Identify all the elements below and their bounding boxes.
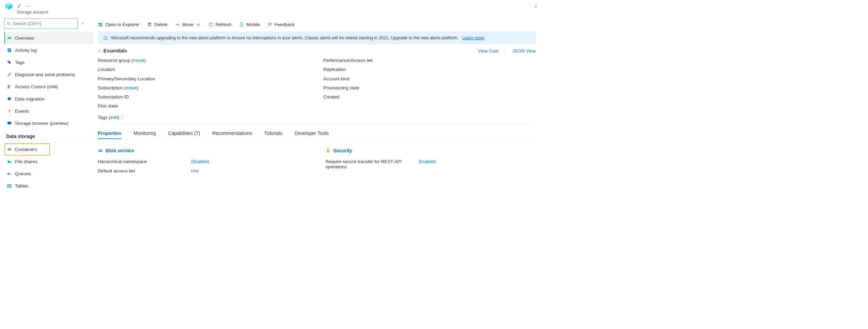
blob-service-link[interactable]: Blob service xyxy=(98,148,308,153)
sidebar-item-tags[interactable]: Tags xyxy=(4,56,93,69)
svg-point-14 xyxy=(8,61,9,62)
svg-rect-13 xyxy=(8,51,9,51)
info-banner: Microsoft recommends upgrading to the ne… xyxy=(98,32,536,45)
resource-type-label: Storage account xyxy=(16,9,542,14)
svg-rect-8 xyxy=(8,37,11,38)
svg-rect-11 xyxy=(8,49,10,49)
svg-rect-28 xyxy=(99,23,100,24)
refresh-icon xyxy=(208,22,213,27)
svg-point-36 xyxy=(241,26,242,26)
sidebar-item-tables[interactable]: Tables xyxy=(4,180,93,192)
svg-rect-24 xyxy=(10,173,11,175)
svg-point-4 xyxy=(27,6,28,6)
command-bar: Open in Explorer Delete Move Refresh Mob… xyxy=(98,18,536,31)
svg-rect-22 xyxy=(8,173,9,175)
sidebar-item-queues[interactable]: Queues xyxy=(4,168,93,180)
tab-properties[interactable]: Properties xyxy=(98,130,121,139)
tab-tutorials[interactable]: Tutorials xyxy=(264,130,282,139)
tab-monitoring[interactable]: Monitoring xyxy=(134,130,156,139)
chevron-down-icon xyxy=(196,22,201,27)
sidebar-item-overview[interactable]: Overview xyxy=(4,32,93,44)
hierarchical-namespace-value[interactable]: Disabled xyxy=(191,159,209,164)
json-view-link[interactable]: JSON View xyxy=(512,48,536,54)
sidebar-item-label: Overview xyxy=(15,35,34,41)
sidebar-item-storage-browser[interactable]: Storage browser (preview) xyxy=(4,117,93,129)
tab-developer-tools[interactable]: Developer Tools xyxy=(295,130,329,139)
tags-edit-link[interactable]: edit xyxy=(110,115,118,120)
mobile-icon xyxy=(239,22,244,27)
storage-browser-icon xyxy=(7,121,12,126)
default-access-tier-value[interactable]: Hot xyxy=(191,168,198,174)
sidebar-item-label: Tags xyxy=(15,60,25,65)
sidebar-item-events[interactable]: Events xyxy=(4,105,93,117)
svg-point-40 xyxy=(105,37,105,37)
explorer-icon xyxy=(98,22,103,27)
svg-rect-19 xyxy=(8,122,11,122)
svg-rect-9 xyxy=(8,38,11,39)
tab-recommendations[interactable]: Recommendations xyxy=(212,130,252,139)
blob-service-icon xyxy=(98,148,103,153)
learn-more-link[interactable]: Learn more xyxy=(462,35,484,40)
resource-group-move-link[interactable]: move xyxy=(133,58,144,63)
sidebar-item-file-shares[interactable]: File shares xyxy=(4,155,93,168)
view-cost-link[interactable]: View Cost xyxy=(478,48,499,54)
more-icon[interactable] xyxy=(25,4,29,8)
sidebar-item-data-migration[interactable]: Data migration xyxy=(4,93,93,105)
sidebar-item-label: Diagnose and solve problems xyxy=(15,72,75,77)
sidebar-item-diagnose[interactable]: Diagnose and solve problems xyxy=(4,69,93,81)
file-shares-icon xyxy=(7,159,12,164)
refresh-button[interactable]: Refresh xyxy=(208,22,231,27)
collapse-sidebar-icon[interactable] xyxy=(80,21,86,26)
tab-bar: Properties Monitoring Capabilities (7) R… xyxy=(98,130,536,139)
sidebar-item-label: Storage browser (preview) xyxy=(15,121,69,126)
svg-rect-42 xyxy=(98,151,102,152)
svg-rect-43 xyxy=(327,150,329,152)
secure-transfer-value[interactable]: Enabled xyxy=(419,159,436,169)
open-in-explorer-button[interactable]: Open in Explorer xyxy=(98,22,140,27)
chevron-up-icon xyxy=(98,49,101,53)
svg-point-3 xyxy=(26,6,26,6)
sidebar-item-containers[interactable]: Containers xyxy=(4,143,50,155)
security-link[interactable]: Security xyxy=(325,148,535,153)
tables-icon xyxy=(7,183,12,188)
svg-point-5 xyxy=(28,6,29,6)
sidebar-item-access-control[interactable]: Access Control (IAM) xyxy=(4,81,93,93)
svg-rect-30 xyxy=(99,25,100,26)
move-button[interactable]: Move xyxy=(175,22,201,27)
tab-capabilities[interactable]: Capabilities (7) xyxy=(168,130,200,139)
feedback-icon xyxy=(267,22,272,27)
feedback-button[interactable]: Feedback xyxy=(267,22,295,27)
sidebar-item-label: File shares xyxy=(15,159,37,164)
sidebar-item-label: Access Control (IAM) xyxy=(15,84,58,89)
svg-point-16 xyxy=(10,86,11,87)
essentials-toggle[interactable]: Essentials xyxy=(98,48,127,54)
delete-button[interactable]: Delete xyxy=(147,22,167,27)
subscription-move-link[interactable]: move xyxy=(126,85,137,90)
svg-point-6 xyxy=(7,22,9,24)
svg-line-7 xyxy=(9,24,10,25)
sidebar-item-activity-log[interactable]: Activity log xyxy=(4,44,93,56)
overview-icon xyxy=(7,35,12,41)
sidebar-item-label: Containers xyxy=(15,147,37,152)
mobile-button[interactable]: Mobile xyxy=(239,22,260,27)
activity-log-icon xyxy=(7,48,12,53)
svg-rect-23 xyxy=(9,173,10,175)
svg-point-15 xyxy=(8,85,9,87)
data-migration-icon xyxy=(7,96,12,102)
containers-icon xyxy=(7,147,12,152)
sidebar-item-label: Data migration xyxy=(15,96,45,102)
lock-icon xyxy=(325,148,331,153)
close-icon[interactable] xyxy=(534,4,538,8)
svg-rect-31 xyxy=(101,25,102,26)
access-control-icon xyxy=(7,84,12,89)
events-icon xyxy=(7,109,12,114)
queues-icon xyxy=(7,171,12,176)
delete-icon xyxy=(147,22,152,27)
svg-rect-12 xyxy=(8,50,10,50)
storage-account-icon xyxy=(4,2,13,10)
svg-point-37 xyxy=(268,23,270,25)
pin-icon[interactable] xyxy=(16,4,21,8)
search-input[interactable] xyxy=(4,18,78,29)
sidebar-item-label: Queues xyxy=(15,171,31,176)
svg-rect-20 xyxy=(8,148,11,149)
